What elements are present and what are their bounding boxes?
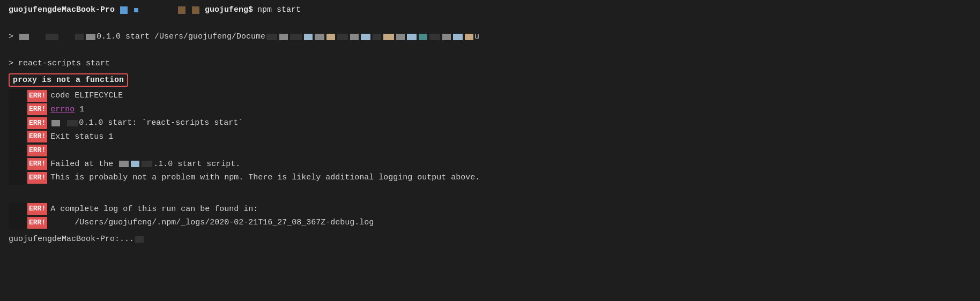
footer-line: guojufengdeMacBook-Pro:... (9, 233, 971, 246)
npm-err-line-5: npm ERR! (9, 144, 971, 157)
npm-log-line-1: npm ERR! A complete log of this run can … (9, 202, 971, 216)
err-badge-log-1: ERR! (27, 203, 47, 215)
pixel-4 (86, 34, 95, 40)
npm-label-log-2: npm (9, 216, 26, 230)
npm-label-4: npm (9, 130, 26, 144)
pixel-13 (361, 34, 370, 40)
npm-err-line-3: npm ERR! 0.1.0 start: `react-scripts sta… (9, 116, 971, 130)
pixel-2 (46, 34, 58, 40)
pixel-20 (442, 34, 451, 40)
err-badge-2: ERR! (27, 103, 47, 115)
err-log-text-2: /Users/guojufeng/.npm/_logs/2020-02-21T1… (50, 216, 374, 230)
err-badge-6: ERR! (27, 158, 47, 170)
err-badge-4: ERR! (27, 131, 47, 142)
npm-log-line-2: npm ERR! /Users/guojufeng/.npm/_logs/202… (9, 216, 971, 230)
npm-err-line-4: npm ERR! Exit status 1 (9, 130, 971, 144)
pixel-block-3 (178, 6, 185, 14)
err-text-6a: Failed at the (50, 157, 118, 171)
pixel-err-1 (51, 120, 60, 126)
pixel-12 (350, 34, 359, 40)
npm-label-3: npm (9, 116, 26, 130)
pixel-block-4 (192, 6, 199, 14)
err-text-6b: .1.0 start script. (153, 157, 240, 171)
npm-err-line-7: npm ERR! This is probably not a problem … (9, 171, 971, 185)
pixel-16 (396, 34, 405, 40)
pixel-err-4 (131, 161, 139, 167)
machine-name: guojufengdeMacBook-Pro (9, 5, 115, 14)
err-badge-1: ERR! (27, 90, 47, 102)
terminal-header: guojufengdeMacBook-Pro guojufeng$ npm st… (9, 5, 971, 14)
pixel-7 (290, 34, 302, 40)
err-badge-7: ERR! (27, 172, 47, 184)
footer-text: guojufengdeMacBook-Pro:... (9, 233, 134, 246)
pixel-block-2 (134, 8, 138, 12)
pixel-footer (135, 236, 144, 243)
npm-start-command: npm start (257, 5, 301, 14)
err-text-2: 1 (75, 103, 84, 117)
pixel-18 (419, 34, 427, 40)
pixel-22 (465, 34, 473, 40)
err-log-text-1: A complete log of this run can be found … (50, 202, 258, 216)
npm-err-line-6: npm ERR! Failed at the .1.0 start script… (9, 157, 971, 171)
err-badge-5: ERR! (27, 145, 47, 156)
pixel-9 (315, 34, 324, 40)
err-text-1: code ELIFECYCLE (50, 89, 123, 103)
pixel-21 (453, 34, 463, 40)
npm-label-2: npm (9, 103, 26, 117)
proxy-error-container: proxy is not a function (9, 73, 971, 88)
user-name: guojufeng$ (205, 5, 253, 14)
pixel-err-2 (67, 120, 78, 126)
pixel-15 (383, 34, 394, 40)
prompt-line-1: > 0.1.0 start /Users/guojufeng/Docume u (9, 18, 971, 56)
proxy-error-box: proxy is not a function (9, 73, 128, 87)
npm-err-line-2: npm ERR! errno 1 (9, 103, 971, 117)
prompt-line-2: > react-scripts start (9, 57, 971, 70)
pixel-block-1 (120, 6, 128, 14)
pixel-err-5 (142, 161, 152, 167)
npm-label-7: npm (9, 171, 26, 185)
err-text-3 (61, 116, 66, 130)
npm-label-log-1: npm (9, 202, 26, 216)
pixel-5 (266, 34, 277, 40)
pixel-10 (326, 34, 335, 40)
pixel-err-3 (119, 161, 129, 167)
err-text-7: This is probably not a problem with npm.… (50, 171, 480, 185)
pixel-3 (75, 34, 84, 40)
pixel-8 (304, 34, 313, 40)
pixel-6 (279, 34, 288, 40)
npm-label-5: npm (9, 144, 26, 157)
pixel-19 (429, 34, 440, 40)
pixel-11 (337, 34, 348, 40)
spacer (9, 191, 971, 200)
npm-err-line-1: npm ERR! code ELIFECYCLE (9, 89, 971, 103)
err-badge-3: ERR! (27, 117, 47, 129)
pixel-17 (407, 34, 417, 40)
pixel-14 (373, 34, 381, 40)
pixel-1 (19, 34, 29, 40)
err-text-3b: 0.1.0 start: `react-scripts start` (79, 116, 243, 130)
err-text-4: Exit status 1 (50, 130, 113, 144)
npm-label-6: npm (9, 157, 26, 171)
err-errno: errno (50, 103, 75, 117)
err-badge-log-2: ERR! (27, 217, 47, 229)
npm-label-1: npm (9, 89, 26, 103)
